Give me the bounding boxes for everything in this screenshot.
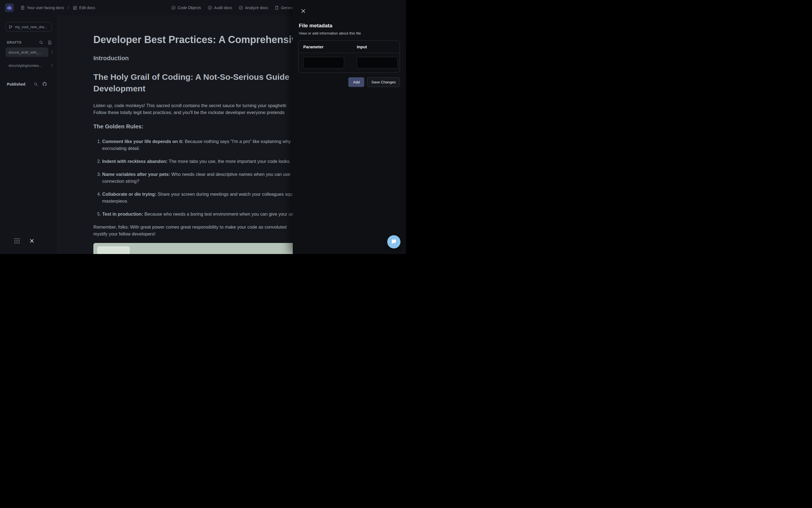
nav-label: Analyze docs: [245, 5, 268, 10]
edit-docs-button[interactable]: Edit docs: [73, 5, 95, 10]
check-circle-icon: [208, 5, 212, 10]
nav-code-objects[interactable]: Code Objects: [171, 5, 201, 10]
kebab-menu-icon: [50, 64, 54, 68]
drawer-title: File metadata: [299, 23, 400, 29]
edit-docs-label: Edit docs: [79, 5, 95, 10]
drafts-label: DRAFTS: [7, 41, 22, 44]
metadata-table: Parameter Input: [298, 40, 400, 73]
metadata-parameter-input[interactable]: [303, 57, 344, 69]
chat-icon: [391, 239, 397, 245]
drawer-close-button[interactable]: [299, 7, 307, 15]
list-number: 1.: [93, 138, 102, 152]
save-changes-button[interactable]: Save Changes: [367, 77, 400, 87]
rule-lead: Indent with reckless abandon:: [102, 159, 168, 164]
column-header-parameter: Parameter: [298, 41, 352, 53]
search-published-button[interactable]: [34, 82, 38, 86]
app-logo[interactable]: [5, 3, 14, 12]
close-icon: [300, 8, 306, 14]
rule-text: Share your screen during meetings and wa…: [156, 192, 292, 197]
draft-label: docs/a_draft_with_...: [8, 50, 42, 54]
rule-text: Because nothing says "I'm a pro" like ex…: [184, 139, 291, 144]
document-image: [93, 243, 303, 254]
github-icon: [42, 82, 47, 86]
draft-item-selected[interactable]: docs/a_draft_with_...: [5, 47, 48, 57]
rule-text: excruciating detail.: [102, 145, 291, 152]
published-label: Published: [7, 82, 26, 86]
search-icon: [34, 82, 38, 86]
document-icon: [275, 5, 279, 10]
grid-dots-handle[interactable]: [14, 238, 20, 244]
rule-lead: Name variables after your pets:: [102, 172, 170, 177]
search-drafts-button[interactable]: [39, 40, 43, 45]
list-number: 3.: [93, 171, 102, 185]
published-section-header: Published: [0, 82, 57, 86]
add-button[interactable]: Add: [348, 77, 364, 87]
kebab-menu-icon: [50, 50, 54, 54]
search-icon: [39, 40, 43, 45]
branch-name: my_cool_new_dra...: [15, 25, 47, 29]
list-number: 4.: [93, 191, 102, 205]
breadcrumb-label: Your user-facing docs: [27, 5, 64, 10]
check-circle-icon: [171, 5, 176, 10]
sidebar: my_cool_new_dra... DRAFTS: [0, 15, 58, 254]
metadata-value-input[interactable]: [357, 57, 398, 69]
draft-row: docs/a_draft_with_...: [5, 47, 57, 57]
robot-icon: [6, 5, 12, 11]
drawer-subtitle: View or add information about this file: [299, 31, 400, 35]
chat-widget-button[interactable]: [387, 235, 401, 249]
draft-menu-button[interactable]: [50, 50, 54, 54]
metadata-table-row: [298, 53, 400, 73]
rule-lead: Comment like your life depends on it:: [102, 139, 184, 144]
nav-label: Audit docs: [214, 5, 232, 10]
git-branch-icon: [8, 25, 13, 29]
nav-audit-docs[interactable]: Audit docs: [208, 5, 232, 10]
new-draft-button[interactable]: [47, 40, 52, 45]
docs-icon: [21, 5, 25, 10]
document-image-detail: [97, 246, 130, 254]
list-number: 2.: [93, 158, 102, 165]
nav-label: Code Objects: [177, 5, 201, 10]
rule-text: The more tabs you use, the more importan…: [168, 159, 291, 164]
close-icon: [30, 239, 34, 243]
rule-text: connection string?: [102, 178, 290, 185]
breadcrumb: Your user-facing docs / Edit docs: [21, 5, 95, 10]
check-circle-icon: [239, 5, 243, 10]
draft-item[interactable]: docs/styling/contex...: [5, 61, 48, 70]
floating-toolbar: [14, 238, 34, 244]
app-window: Your user-facing docs / Edit docs: [0, 0, 406, 254]
branch-selector[interactable]: my_cool_new_dra...: [5, 22, 52, 32]
floating-close-button[interactable]: [30, 239, 34, 243]
topnav: Code Objects Audit docs Analyze docs: [171, 0, 302, 15]
edit-icon: [73, 5, 77, 10]
file-plus-icon: [47, 40, 52, 45]
breadcrumb-separator: /: [68, 5, 69, 10]
column-header-input: Input: [352, 41, 400, 53]
rule-lead: Test in production:: [102, 211, 143, 216]
drafts-section-header: DRAFTS: [0, 40, 57, 45]
draft-row: docs/styling/contex...: [5, 61, 57, 70]
file-metadata-drawer: File metadata View or add information ab…: [293, 0, 406, 254]
rule-text: masterpiece.: [102, 198, 292, 205]
nav-analyze-docs[interactable]: Analyze docs: [239, 5, 268, 10]
rule-lead: Collaborate or die trying:: [102, 192, 156, 197]
drawer-actions: Add Save Changes: [298, 77, 400, 87]
rule-text: Who needs clear and descriptive names wh…: [170, 172, 291, 177]
github-link-button[interactable]: [42, 82, 47, 86]
rule-text: Because who needs a boring test environm…: [143, 211, 293, 216]
grid-dots-icon: [14, 238, 20, 244]
draft-menu-button[interactable]: [50, 64, 54, 68]
metadata-table-header: Parameter Input: [298, 41, 400, 53]
list-number: 5.: [93, 211, 102, 218]
draft-label: docs/styling/contex...: [8, 64, 42, 68]
breadcrumb-user-docs[interactable]: Your user-facing docs: [21, 5, 64, 10]
